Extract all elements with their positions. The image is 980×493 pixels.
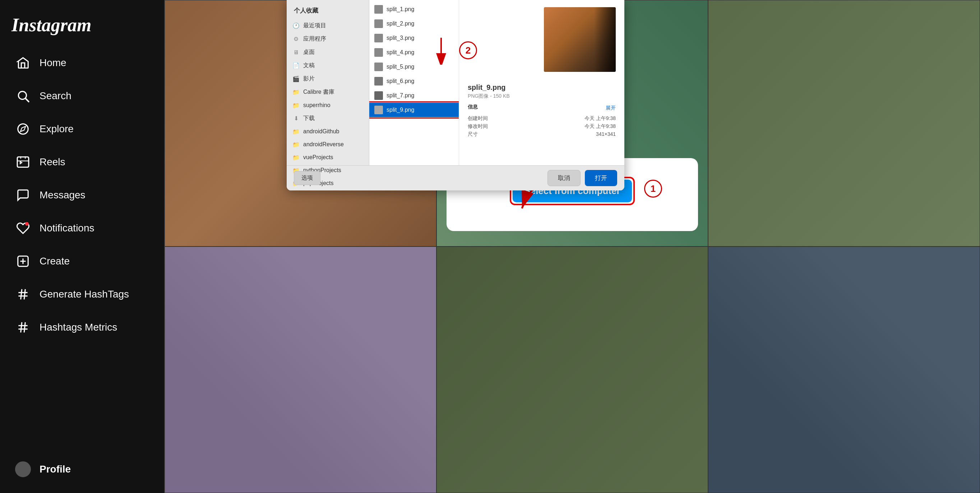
sidebar-item-create[interactable]: Create [3,245,161,277]
main-content: Select from computer 1 个人收藏 🕐 最近项目 [164,0,980,493]
folder-icon-3: 📁 [293,128,300,135]
svg-line-11 [24,289,25,300]
preview-filename: split_9.png [468,83,616,92]
selected-filename: split_9.png [387,107,414,113]
sidebar-item-reels[interactable]: Reels [3,146,161,178]
expand-link[interactable]: 展开 [606,105,616,111]
post-cell-5 [436,247,708,493]
file-item-split7[interactable]: split_7.png [369,88,459,103]
apps-icon: ⚙ [293,36,300,43]
sidebar-item-home-label: Home [40,57,67,68]
svg-line-14 [21,322,22,333]
file-picker-dialog: 个人收藏 🕐 最近项目 ⚙ 应用程序 🖥 桌面 📄 文稿 [287,0,624,191]
sidebar-item-messages[interactable]: Messages [3,179,161,211]
fp-sidebar-header: 个人收藏 [287,3,369,19]
file-info: split_9.png PNG图像 - 150 KB 信息 展开 创建时间 今天… [468,83,616,139]
svg-rect-4 [17,157,29,167]
clock-icon: 🕐 [293,22,300,29]
fp-sidebar-superrhino[interactable]: 📁 superrhino [287,99,369,112]
sidebar-item-messages-label: Messages [40,189,86,201]
fp-action-buttons: 取消 打开 [547,170,617,186]
svg-point-2 [18,124,29,134]
fp-sidebar-desktop[interactable]: 🖥 桌面 [287,46,369,59]
cancel-button[interactable]: 取消 [547,170,581,186]
sidebar-item-hashtags-metrics-label: Hashtags Metrics [40,321,117,333]
sidebar-item-search-label: Search [40,90,72,102]
sidebar-item-search[interactable]: Search [3,80,161,112]
file-item-split4[interactable]: split_4.png [369,45,459,60]
preview-filetype: PNG图像 - 150 KB [468,93,616,100]
sidebar-item-notifications-label: Notifications [40,223,94,234]
annotation-badge-2: 2 [459,41,477,59]
sidebar-item-generate-hashtags[interactable]: Generate HashTags [3,278,161,310]
doc-icon: 📄 [293,62,300,69]
file-thumb-5 [374,62,383,71]
file-thumb-2 [374,19,383,28]
file-thumb-6 [374,77,383,86]
compass-icon [15,121,31,137]
file-item-split3[interactable]: split_3.png [369,31,459,45]
fp-sidebar-androidgithub[interactable]: 📁 androidGithub [287,125,369,138]
folder-icon-5: 📁 [293,154,300,161]
sidebar: Instagram Home Search Explore Reels [0,0,164,493]
fp-sidebar-movies[interactable]: 🎬 影片 [287,72,369,86]
file-item-split9[interactable]: split_9.png [369,103,459,117]
folder-icon-2: 📁 [293,102,300,109]
file-picker-preview: split_9.png PNG图像 - 150 KB 信息 展开 创建时间 今天… [459,0,624,165]
plus-square-icon [15,253,31,269]
fp-sidebar-calibre[interactable]: 📁 Calibre 書庫 [287,86,369,99]
svg-line-15 [24,322,25,333]
folder-icon-4: 📁 [293,141,300,148]
film-icon: 🎬 [293,75,300,83]
sidebar-item-notifications[interactable]: Notifications [3,212,161,244]
sidebar-item-explore-label: Explore [40,123,74,135]
sidebar-item-generate-hashtags-label: Generate HashTags [40,289,129,300]
post-cell-6 [708,247,980,493]
svg-line-10 [21,289,22,300]
svg-marker-3 [21,127,25,132]
reels-icon [15,154,31,170]
preview-image [544,7,616,72]
desktop-icon: 🖥 [293,49,300,56]
home-icon [15,55,31,71]
annotation-badge-1: 1 [644,180,662,198]
notification-badge [25,222,29,226]
file-picker-sidebar: 个人收藏 🕐 最近项目 ⚙ 应用程序 🖥 桌面 📄 文稿 [287,0,369,165]
fp-sidebar-androidreverse[interactable]: 📁 androidReverse [287,138,369,151]
fp-sidebar-downloads[interactable]: ⬇ 下载 [287,112,369,125]
fp-sidebar-recent[interactable]: 🕐 最近项目 [287,19,369,32]
sidebar-item-explore[interactable]: Explore [3,113,161,145]
open-button[interactable]: 打开 [585,170,617,186]
created-row: 创建时间 今天 上午9:38 [468,115,616,122]
sidebar-nav: Home Search Explore Reels Messages [0,46,164,453]
file-picker-body: 个人收藏 🕐 最近项目 ⚙ 应用程序 🖥 桌面 📄 文稿 [287,0,624,165]
app-logo[interactable]: Instagram [0,7,164,46]
info-header: 信息 展开 [468,104,616,113]
sidebar-item-profile-label: Profile [40,464,71,475]
hash-icon-2 [15,320,31,335]
file-thumb-4 [374,48,383,57]
folder-icon-1: 📁 [293,89,300,96]
sidebar-item-home[interactable]: Home [3,47,161,79]
svg-line-1 [25,99,29,102]
post-cell-3 [708,0,980,247]
sidebar-item-reels-label: Reels [40,156,65,168]
sidebar-item-profile[interactable]: Profile [3,453,161,485]
sidebar-item-hashtags-metrics[interactable]: Hashtags Metrics [3,312,161,343]
options-button[interactable]: 选项 [294,171,320,185]
file-item-split1[interactable]: split_1.png [369,2,459,16]
file-item-split6[interactable]: split_6.png [369,74,459,88]
file-thumb-9 [374,106,383,114]
fp-sidebar-documents[interactable]: 📄 文稿 [287,59,369,72]
post-cell-4 [164,247,436,493]
message-icon [15,187,31,203]
search-icon [15,88,31,104]
fp-sidebar-vueprojects[interactable]: 📁 vueProjects [287,151,369,164]
file-item-split2[interactable]: split_2.png [369,16,459,31]
file-item-split5[interactable]: split_5.png [369,60,459,74]
preview-image-container [468,7,616,72]
modified-row: 修改时间 今天 上午9:38 [468,123,616,130]
file-thumb-1 [374,5,383,14]
file-picker-file-list: split_1.png split_2.png split_3.png spli… [369,0,459,165]
fp-sidebar-apps[interactable]: ⚙ 应用程序 [287,32,369,46]
